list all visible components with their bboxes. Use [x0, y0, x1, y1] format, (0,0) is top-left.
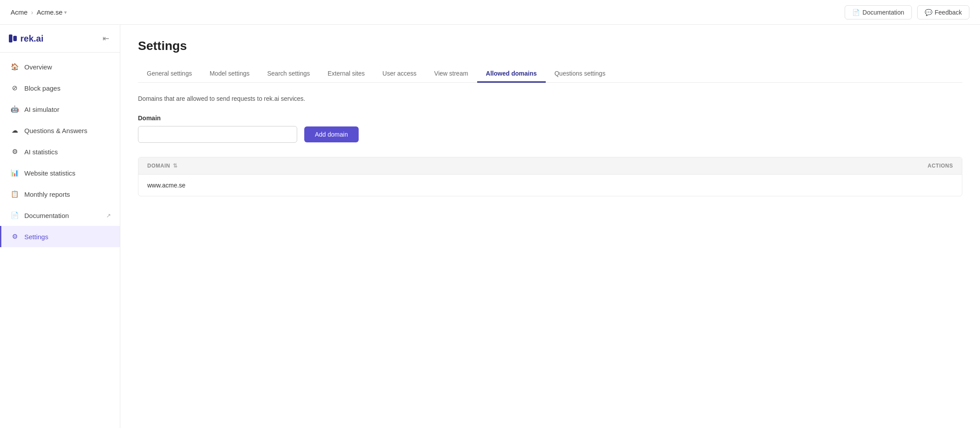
sidebar-item-label-block-pages: Block pages: [24, 84, 111, 92]
topbar-right: 📄 Documentation 💬 Feedback: [845, 5, 969, 19]
external-link-icon: ↗: [106, 212, 111, 219]
topbar-left: Acme › Acme.se ▾: [11, 8, 67, 16]
feedback-button[interactable]: 💬 Feedback: [917, 5, 969, 19]
logo: rek.ai: [9, 34, 43, 44]
tab-model-settings[interactable]: Model settings: [201, 65, 258, 83]
sidebar: rek.ai ⇤ 🏠 Overview ⊘ Block pages 🤖 AI s…: [0, 25, 120, 428]
tab-general-settings[interactable]: General settings: [138, 65, 201, 83]
breadcrumb-parent[interactable]: Acme: [11, 8, 27, 16]
logo-bar-1: [9, 34, 12, 42]
sidebar-item-ai-statistics[interactable]: ⚙ AI statistics: [0, 141, 120, 162]
cloud-icon: ☁: [10, 126, 19, 135]
breadcrumb-separator: ›: [31, 9, 33, 16]
documentation-icon: 📄: [852, 9, 860, 16]
sidebar-item-label-overview: Overview: [24, 63, 111, 71]
tab-search-settings[interactable]: Search settings: [258, 65, 319, 83]
main-content: Settings General settings Model settings…: [120, 25, 980, 428]
breadcrumb-current[interactable]: Acme.se ▾: [37, 8, 67, 16]
sidebar-item-label-ai-simulator: AI simulator: [24, 106, 111, 113]
sidebar-item-settings[interactable]: ⚙ Settings: [0, 226, 120, 247]
logo-icon: [9, 34, 17, 42]
sidebar-item-label-website-statistics: Website statistics: [24, 169, 111, 177]
feedback-label: Feedback: [935, 9, 962, 16]
sidebar-item-label-ai-statistics: AI statistics: [24, 148, 111, 156]
table-header: DOMAIN ⇅ ACTIONS: [138, 157, 962, 175]
domain-input[interactable]: [138, 126, 297, 143]
settings-tabs: General settings Model settings Search s…: [138, 65, 962, 83]
documentation-button[interactable]: 📄 Documentation: [845, 5, 911, 19]
block-icon: ⊘: [10, 84, 19, 92]
sidebar-item-label-documentation: Documentation: [24, 212, 101, 219]
sidebar-item-monthly-reports[interactable]: 📋 Monthly reports: [0, 183, 120, 205]
tab-view-stream[interactable]: View stream: [425, 65, 477, 83]
gear-icon: ⚙: [10, 147, 19, 156]
layout: rek.ai ⇤ 🏠 Overview ⊘ Block pages 🤖 AI s…: [0, 25, 980, 428]
tab-allowed-domains[interactable]: Allowed domains: [477, 65, 546, 83]
logo-text: rek.ai: [20, 34, 43, 44]
sidebar-item-website-statistics[interactable]: 📊 Website statistics: [0, 162, 120, 183]
sidebar-item-label-questions-answers: Questions & Answers: [24, 127, 111, 134]
domain-form-section: Domain Add domain: [138, 115, 962, 143]
tab-questions-settings[interactable]: Questions settings: [546, 65, 614, 83]
domain-value: www.acme.se: [147, 182, 185, 189]
bot-icon: 🤖: [10, 105, 19, 114]
settings-icon: ⚙: [10, 232, 19, 241]
breadcrumb: Acme › Acme.se ▾: [11, 8, 67, 16]
sidebar-header: rek.ai ⇤: [0, 25, 120, 53]
doc-icon: 📄: [10, 211, 19, 220]
sidebar-nav: 🏠 Overview ⊘ Block pages 🤖 AI simulator …: [0, 53, 120, 428]
domain-input-label: Domain: [138, 115, 962, 122]
sidebar-item-block-pages[interactable]: ⊘ Block pages: [0, 77, 120, 99]
sidebar-item-ai-simulator[interactable]: 🤖 AI simulator: [0, 99, 120, 120]
sidebar-item-documentation[interactable]: 📄 Documentation ↗: [0, 205, 120, 226]
table-row: www.acme.se: [138, 175, 962, 196]
tab-external-sites[interactable]: External sites: [319, 65, 374, 83]
breadcrumb-current-label: Acme.se: [37, 8, 62, 16]
chart-icon: 📊: [10, 168, 19, 177]
sort-icon[interactable]: ⇅: [173, 163, 178, 169]
domains-table: DOMAIN ⇅ ACTIONS www.acme.se: [138, 157, 962, 196]
feedback-icon: 💬: [925, 9, 932, 16]
sidebar-item-overview[interactable]: 🏠 Overview: [0, 56, 120, 77]
table-col-actions: ACTIONS: [928, 163, 953, 169]
breadcrumb-dropdown-icon: ▾: [64, 9, 67, 15]
documentation-label: Documentation: [862, 9, 904, 16]
topbar: Acme › Acme.se ▾ 📄 Documentation 💬 Feedb…: [0, 0, 980, 25]
page-title: Settings: [138, 39, 962, 53]
home-icon: 🏠: [10, 62, 19, 71]
logo-bar-2: [13, 36, 17, 41]
sidebar-item-questions-answers[interactable]: ☁ Questions & Answers: [0, 120, 120, 141]
sidebar-item-label-settings: Settings: [24, 233, 111, 241]
domain-form: Add domain: [138, 126, 962, 143]
sidebar-item-label-monthly-reports: Monthly reports: [24, 191, 111, 198]
sidebar-collapse-button[interactable]: ⇤: [101, 32, 111, 45]
col-domain-label: DOMAIN: [147, 163, 170, 169]
table-col-domain: DOMAIN ⇅: [147, 163, 177, 169]
add-domain-button[interactable]: Add domain: [304, 126, 359, 142]
section-description: Domains that are allowed to send request…: [138, 95, 962, 102]
tab-user-access[interactable]: User access: [374, 65, 425, 83]
report-icon: 📋: [10, 190, 19, 199]
